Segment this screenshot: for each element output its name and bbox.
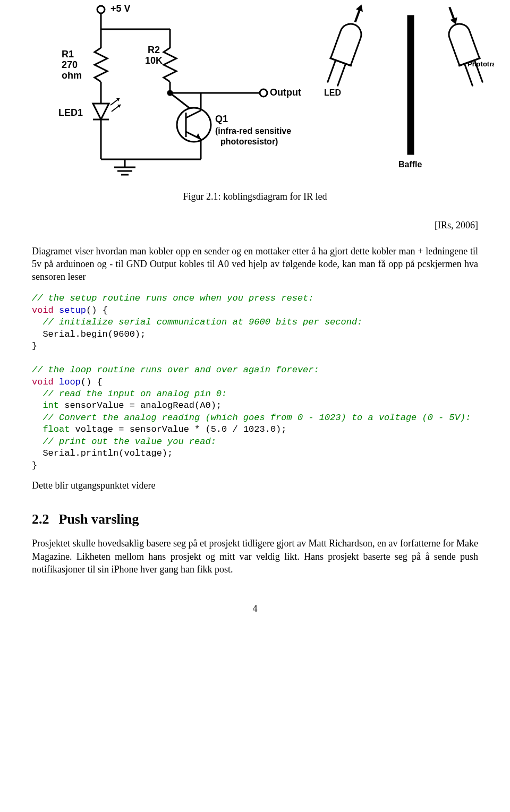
label-photo-right: Phototransistor	[468, 60, 494, 68]
section-number: 2.2	[32, 511, 49, 527]
page-number: 4	[32, 602, 478, 615]
svg-point-0	[97, 6, 105, 13]
label-r1-unit: ohm	[62, 70, 82, 81]
label-r2: R2	[148, 45, 160, 55]
label-led-right: LED	[324, 88, 341, 97]
code-block-setup: // the setup routine runs once when you …	[32, 293, 478, 472]
label-q1-desc2: photoresistor)	[220, 137, 278, 146]
figure-citation: [IRs, 2006]	[32, 219, 478, 232]
label-r1-val: 270	[62, 59, 78, 70]
svg-point-17	[260, 89, 267, 97]
section-heading: 2.2Push varsling	[32, 510, 478, 528]
label-r1: R1	[62, 49, 74, 59]
label-q1-desc1: (infra-red sensitive	[215, 126, 291, 135]
label-led1: LED1	[58, 107, 83, 118]
svg-marker-36	[356, 3, 365, 12]
figure-caption: Figur 2.1: koblingsdiagram for IR led	[32, 190, 478, 203]
schematic-svg: +5 V R1 270 ohm LED1 R2 10K Q1 (infra-re…	[32, 0, 494, 181]
label-q1: Q1	[215, 114, 228, 124]
paragraph-3: Prosjektet skulle hovedsaklig basere seg…	[32, 537, 478, 576]
figure-2-1: +5 V R1 270 ohm LED1 R2 10K Q1 (infra-re…	[32, 0, 478, 232]
svg-line-33	[327, 60, 335, 82]
svg-point-19	[177, 108, 211, 142]
svg-marker-5	[93, 104, 109, 119]
label-baffle: Baffle	[398, 160, 422, 169]
svg-rect-31	[408, 16, 413, 154]
label-vcc: +5 V	[110, 3, 131, 14]
label-output: Output	[270, 87, 301, 98]
paragraph-1: Diagramet viser hvordan man kobler opp e…	[32, 245, 478, 284]
svg-line-34	[337, 64, 345, 86]
section-title: Push varsling	[59, 511, 139, 527]
label-r2-val: 10K	[145, 55, 163, 66]
paragraph-2: Dette blir utgangspunktet videre	[32, 479, 478, 492]
